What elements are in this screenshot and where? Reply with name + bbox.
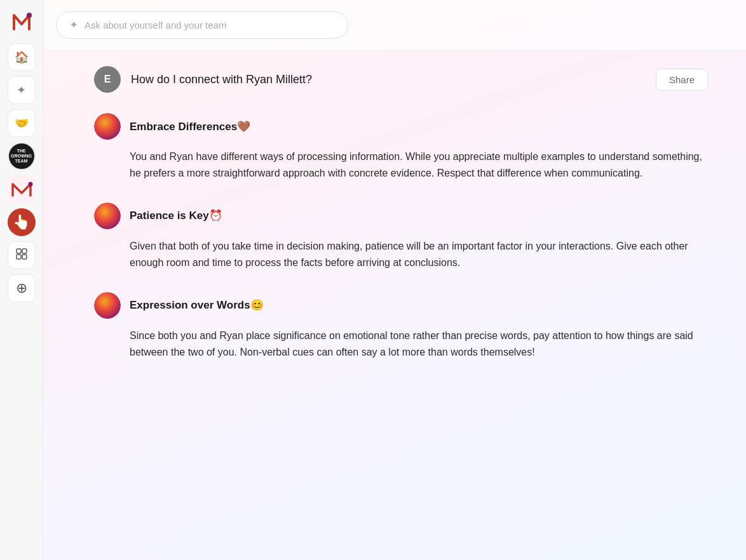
svg-rect-3 bbox=[22, 249, 27, 253]
sidebar-item-grid[interactable] bbox=[8, 241, 36, 269]
growing-team-logo: THEGROWNGTEAM bbox=[8, 142, 36, 170]
svg-point-0 bbox=[27, 13, 32, 18]
handshake-icon: 🤝 bbox=[15, 116, 29, 130]
sidebar: 🏠 ✦ 🤝 THEGROWNGTEAM 👆 bbox=[0, 0, 43, 560]
gradient-avatar bbox=[94, 113, 121, 140]
response-section: Embrace Differences🤎 You and Ryan have d… bbox=[94, 113, 708, 361]
svg-rect-5 bbox=[22, 255, 27, 259]
search-placeholder: Ask about yourself and your team bbox=[85, 20, 226, 30]
response-avatar-embrace bbox=[94, 113, 121, 140]
brand-logo[interactable] bbox=[8, 8, 36, 36]
question-text: How do I connect with Ryan Millett? bbox=[131, 73, 646, 86]
gradient-avatar-2 bbox=[94, 203, 121, 229]
response-header-embrace: Embrace Differences🤎 bbox=[94, 113, 708, 140]
motif-logo bbox=[8, 175, 36, 203]
svg-rect-4 bbox=[17, 255, 21, 259]
response-avatar-expression bbox=[94, 292, 121, 319]
sparkle-icon: ✦ bbox=[17, 83, 26, 97]
response-body-expression: Since both you and Ryan place significan… bbox=[94, 328, 708, 361]
sidebar-item-add[interactable]: ⊕ bbox=[8, 274, 36, 302]
response-title-patience: Patience is Key⏰ bbox=[130, 209, 222, 222]
response-body-embrace: You and Ryan have different ways of proc… bbox=[94, 149, 708, 182]
sidebar-item-motif[interactable] bbox=[8, 175, 36, 203]
gradient-avatar-3 bbox=[94, 292, 121, 319]
response-avatar-patience bbox=[94, 203, 121, 229]
response-title-embrace: Embrace Differences🤎 bbox=[130, 120, 250, 133]
response-title-expression: Expression over Words😊 bbox=[130, 298, 264, 312]
response-block-expression: Expression over Words😊 Since both you an… bbox=[94, 292, 708, 361]
response-header-expression: Expression over Words😊 bbox=[94, 292, 708, 319]
user-avatar: E bbox=[94, 66, 121, 93]
sidebar-item-growing-team[interactable]: THEGROWNGTEAM bbox=[8, 142, 36, 170]
home-icon: 🏠 bbox=[15, 50, 29, 64]
sidebar-item-home[interactable]: 🏠 bbox=[8, 43, 36, 71]
response-header-patience: Patience is Key⏰ bbox=[94, 203, 708, 229]
response-block-embrace: Embrace Differences🤎 You and Ryan have d… bbox=[94, 113, 708, 182]
question-row: E How do I connect with Ryan Millett? Sh… bbox=[94, 66, 708, 93]
sidebar-item-ai[interactable]: ✦ bbox=[8, 76, 36, 104]
search-bar[interactable]: ✦ Ask about yourself and your team bbox=[56, 11, 348, 39]
sidebar-item-fingerprint[interactable]: 👆 bbox=[8, 208, 36, 236]
svg-point-1 bbox=[28, 182, 32, 187]
sidebar-item-connections[interactable]: 🤝 bbox=[8, 109, 36, 137]
share-button[interactable]: Share bbox=[656, 69, 708, 91]
response-body-patience: Given that both of you take time in deci… bbox=[94, 238, 708, 272]
plus-icon: ⊕ bbox=[16, 281, 27, 295]
sparkle-search-icon: ✦ bbox=[69, 18, 78, 32]
main-content: ✦ Ask about yourself and your team E How… bbox=[43, 0, 746, 560]
topbar: ✦ Ask about yourself and your team bbox=[43, 0, 746, 51]
chat-area: E How do I connect with Ryan Millett? Sh… bbox=[43, 51, 746, 560]
svg-rect-2 bbox=[17, 249, 21, 253]
response-block-patience: Patience is Key⏰ Given that both of you … bbox=[94, 203, 708, 272]
grid-icon bbox=[16, 248, 27, 262]
fingerprint-logo: 👆 bbox=[8, 208, 36, 236]
